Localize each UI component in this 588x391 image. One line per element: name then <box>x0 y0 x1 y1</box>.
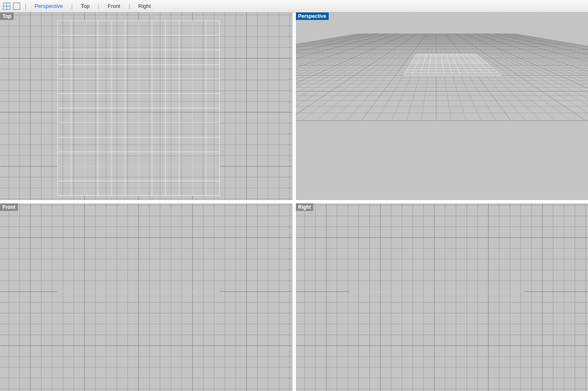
tab-perspective[interactable]: Perspective <box>30 2 67 10</box>
viewport-label-right[interactable]: Right <box>296 203 314 211</box>
viewport-top[interactable]: Top <box>0 12 293 200</box>
separator: | <box>128 3 130 9</box>
grid-canvas-right <box>296 203 588 391</box>
four-view-icon[interactable] <box>2 2 11 10</box>
grid-canvas-top <box>0 12 293 200</box>
tab-front[interactable]: Front <box>103 2 124 10</box>
viewport-perspective[interactable]: Perspective <box>296 12 588 200</box>
viewport-label-top[interactable]: Top <box>0 12 14 20</box>
viewport-front[interactable]: Front <box>0 203 293 391</box>
tab-right[interactable]: Right <box>134 2 155 10</box>
tab-top[interactable]: Top <box>77 2 94 10</box>
svg-rect-3 <box>13 3 20 10</box>
viewport-label-perspective[interactable]: Perspective <box>296 12 329 20</box>
viewport-right[interactable]: Right <box>296 203 588 391</box>
single-view-icon[interactable] <box>12 2 21 10</box>
separator: | <box>71 3 72 9</box>
toolbar: | Perspective | Top | Front | Right <box>0 0 588 12</box>
grid-canvas-front <box>0 203 293 391</box>
viewport-container: Top Perspective Front Right <box>0 12 588 391</box>
separator: | <box>98 3 99 9</box>
grid-canvas-perspective <box>296 12 588 200</box>
viewport-label-front[interactable]: Front <box>0 203 18 211</box>
separator: | <box>25 3 26 9</box>
